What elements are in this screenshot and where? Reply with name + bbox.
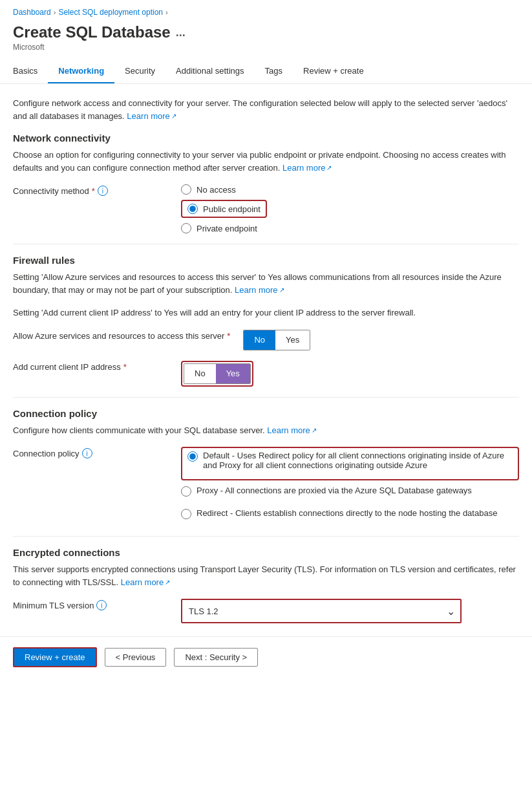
- connection-policy-title: Connection policy: [13, 408, 519, 419]
- radio-redirect-policy-input[interactable]: [181, 509, 191, 519]
- min-tls-row: Minimum TLS version i TLS 1.0 TLS 1.1 TL…: [13, 599, 519, 623]
- page-title: Create SQL Database: [13, 23, 171, 41]
- min-tls-select-wrapper: TLS 1.0 TLS 1.1 TLS 1.2 ⌄: [181, 599, 462, 623]
- bottom-bar: Review + create < Previous Next : Securi…: [0, 636, 532, 678]
- tabs-container: Basics Networking Security Additional se…: [0, 59, 532, 84]
- radio-private-endpoint-input[interactable]: [181, 223, 191, 233]
- connectivity-info-icon[interactable]: i: [98, 186, 108, 196]
- connection-policy-section: Connection policy Configure how clients …: [13, 408, 519, 526]
- tab-basics[interactable]: Basics: [13, 59, 48, 83]
- allow-azure-no-btn[interactable]: No: [244, 330, 275, 350]
- radio-no-access[interactable]: No access: [181, 184, 267, 195]
- encrypted-learn-more-link[interactable]: Learn more: [121, 576, 170, 589]
- network-connectivity-section: Network connectivity Choose an option fo…: [13, 133, 519, 233]
- separator-2: [13, 397, 519, 398]
- radio-public-endpoint-input[interactable]: [187, 204, 198, 214]
- tab-additional-settings[interactable]: Additional settings: [165, 59, 255, 83]
- radio-proxy-policy[interactable]: Proxy - All connections are proxied via …: [181, 486, 519, 497]
- add-client-ip-row: Add current client IP address * No Yes: [13, 361, 519, 387]
- page-header: Create SQL Database ... Microsoft: [0, 21, 532, 59]
- page-subtitle: Microsoft: [13, 43, 519, 52]
- review-create-button[interactable]: Review + create: [13, 647, 97, 667]
- add-client-ip-no-btn[interactable]: No: [184, 363, 216, 384]
- connectivity-method-row: Connectivity method * i No access Public…: [13, 184, 519, 233]
- tab-review-create[interactable]: Review + create: [293, 59, 374, 83]
- tab-tags[interactable]: Tags: [255, 59, 293, 83]
- encrypted-connections-title: Encrypted connections: [13, 547, 519, 558]
- allow-azure-yes-btn[interactable]: Yes: [275, 330, 310, 350]
- default-policy-box: Default - Uses Redirect policy for all c…: [181, 447, 519, 480]
- public-endpoint-box: Public endpoint: [181, 200, 267, 218]
- firewall-rules-title: Firewall rules: [13, 255, 519, 266]
- separator-3: [13, 536, 519, 537]
- encrypted-connections-section: Encrypted connections This server suppor…: [13, 547, 519, 623]
- radio-public-endpoint[interactable]: Public endpoint: [181, 200, 267, 218]
- firewall-desc-1: Setting 'Allow Azure services and resour…: [13, 271, 519, 296]
- add-client-ip-toggle-box: No Yes: [181, 361, 253, 387]
- radio-redirect-policy[interactable]: Redirect - Clients establish connections…: [181, 508, 519, 519]
- add-client-ip-yes-btn[interactable]: Yes: [216, 363, 250, 384]
- connection-policy-field-label: Connection policy i: [13, 447, 168, 458]
- add-client-ip-required-star: *: [123, 362, 127, 372]
- allow-azure-label: Allow Azure services and resources to ac…: [13, 330, 230, 341]
- radio-proxy-policy-input[interactable]: [181, 486, 191, 497]
- connection-policy-info-icon[interactable]: i: [82, 448, 92, 458]
- intro-description: Configure network access and connectivit…: [13, 97, 519, 122]
- connection-policy-learn-more-link[interactable]: Learn more: [267, 424, 316, 437]
- min-tls-label: Minimum TLS version i: [13, 599, 168, 610]
- breadcrumb-select-sql[interactable]: Select SQL deployment option: [58, 8, 163, 17]
- network-connectivity-title: Network connectivity: [13, 133, 519, 144]
- connectivity-radio-group: No access Public endpoint Private endpoi…: [181, 184, 267, 233]
- previous-button[interactable]: < Previous: [105, 648, 167, 667]
- connection-policy-radio-group: Default - Uses Redirect policy for all c…: [181, 447, 519, 526]
- allow-azure-toggle: No Yes: [243, 330, 310, 350]
- next-button[interactable]: Next : Security >: [174, 648, 258, 667]
- radio-private-endpoint[interactable]: Private endpoint: [181, 223, 267, 233]
- more-options-icon[interactable]: ...: [176, 26, 186, 39]
- radio-no-access-input[interactable]: [181, 184, 191, 195]
- connectivity-method-label: Connectivity method * i: [13, 184, 168, 196]
- radio-default-policy[interactable]: Default - Uses Redirect policy for all c…: [187, 451, 513, 470]
- allow-azure-required-star: *: [227, 331, 230, 341]
- allow-azure-row: Allow Azure services and resources to ac…: [13, 330, 519, 350]
- breadcrumb-dashboard[interactable]: Dashboard: [13, 8, 51, 17]
- separator-1: [13, 244, 519, 244]
- tab-security[interactable]: Security: [114, 59, 165, 83]
- radio-default-policy-input[interactable]: [187, 451, 198, 462]
- encrypted-connections-desc: This server supports encrypted connectio…: [13, 563, 519, 588]
- firewall-desc-2: Setting 'Add current client IP address' …: [13, 306, 519, 319]
- tab-networking[interactable]: Networking: [48, 59, 114, 83]
- connectivity-required-star: *: [92, 186, 95, 196]
- firewall-rules-section: Firewall rules Setting 'Allow Azure serv…: [13, 255, 519, 387]
- main-content: Configure network access and connectivit…: [0, 84, 532, 623]
- connection-policy-row: Connection policy i Default - Uses Redir…: [13, 447, 519, 526]
- firewall-learn-more-link[interactable]: Learn more: [235, 284, 284, 297]
- add-client-ip-label: Add current client IP address *: [13, 361, 168, 372]
- min-tls-select[interactable]: TLS 1.0 TLS 1.1 TLS 1.2: [182, 600, 460, 622]
- connection-policy-desc: Configure how clients communicate with y…: [13, 424, 519, 437]
- add-client-ip-toggle: No Yes: [184, 363, 251, 384]
- breadcrumb: Dashboard › Select SQL deployment option…: [0, 0, 532, 21]
- network-learn-more-link[interactable]: Learn more: [282, 162, 332, 175]
- min-tls-info-icon[interactable]: i: [96, 600, 107, 610]
- intro-learn-more-link[interactable]: Learn more: [127, 110, 176, 123]
- network-connectivity-desc: Choose an option for configuring connect…: [13, 149, 519, 174]
